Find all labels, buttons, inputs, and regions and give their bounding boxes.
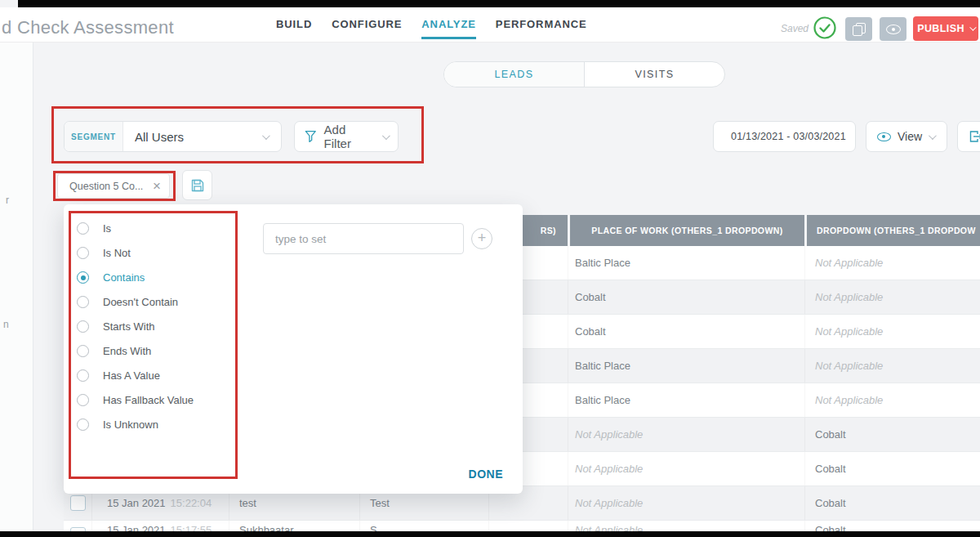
- export-icon: [969, 130, 980, 143]
- view-label: View: [898, 130, 922, 143]
- export-button[interactable]: [957, 121, 980, 152]
- radio-icon[interactable]: [77, 222, 89, 235]
- bottom-black-bar: [0, 531, 980, 537]
- tab-leads[interactable]: LEADS: [444, 62, 585, 87]
- chevron-down-icon: [382, 132, 390, 140]
- filter-operator-label: Doesn't Contain: [103, 296, 178, 308]
- copy-icon: [853, 23, 865, 35]
- table-cell: Not Applicable: [804, 280, 980, 314]
- filter-operator-panel: IsIs NotContainsDoesn't ContainStarts Wi…: [64, 204, 523, 494]
- filter-operator-label: Has Fallback Value: [103, 394, 194, 406]
- row-checkbox[interactable]: [70, 495, 86, 511]
- tab-analyze[interactable]: ANALYZE: [421, 7, 476, 42]
- add-value-button[interactable]: +: [471, 228, 492, 249]
- primary-tabs: BUILDCONFIGUREANALYZEPERFORMANCE: [276, 7, 587, 42]
- filter-operator-option[interactable]: Is: [77, 222, 194, 235]
- saved-status: Saved: [781, 23, 808, 34]
- add-filter-label: Add Filter: [324, 123, 376, 150]
- table-cell: Baltic Place: [568, 383, 804, 417]
- operator-list: IsIs NotContainsDoesn't ContainStarts Wi…: [77, 222, 194, 443]
- table-cell: Not Applicable: [568, 452, 804, 486]
- filter-operator-label: Has A Value: [103, 369, 160, 382]
- table-cell: Baltic Place: [568, 246, 804, 280]
- filter-operator-option[interactable]: Starts With: [77, 320, 194, 333]
- date-range-value: 01/13/2021 - 03/03/2021: [731, 131, 846, 142]
- radio-icon[interactable]: [77, 369, 89, 382]
- column-header: PLACE OF WORK (OTHERS_1 DROPDOWN): [568, 215, 804, 246]
- publish-button[interactable]: PUBLISH: [913, 16, 978, 41]
- filter-operator-option[interactable]: Ends With: [77, 345, 194, 357]
- segment-select[interactable]: SEGMENT All Users: [64, 121, 282, 152]
- table-cell: Cobalt: [804, 486, 980, 520]
- sidebar-text-fragment: n: [3, 319, 9, 330]
- radio-icon[interactable]: [77, 418, 89, 431]
- filter-operator-label: Starts With: [103, 320, 155, 333]
- segment-label: SEGMENT: [65, 122, 123, 151]
- filter-operator-option[interactable]: Has Fallback Value: [77, 394, 194, 406]
- sidebar-text-fragment: r: [6, 195, 9, 206]
- chevron-down-icon: [929, 132, 937, 140]
- radio-icon[interactable]: [77, 345, 89, 357]
- table-cell: Not Applicable: [568, 418, 804, 451]
- radio-icon[interactable]: [77, 247, 89, 259]
- radio-icon[interactable]: [77, 271, 89, 284]
- radio-icon[interactable]: [77, 320, 89, 333]
- eye-icon: [877, 132, 891, 141]
- date-range-picker[interactable]: 01/13/2021 - 03/03/2021: [713, 121, 856, 152]
- filter-operator-option[interactable]: Is Not: [77, 247, 194, 259]
- save-icon: [191, 179, 204, 192]
- filter-operator-label: Ends With: [103, 345, 151, 357]
- leads-visits-toggle: LEADS VISITS: [443, 61, 725, 87]
- publish-label: PUBLISH: [917, 23, 964, 34]
- chevron-down-icon: [262, 132, 270, 140]
- done-button[interactable]: DONE: [469, 468, 503, 481]
- table-cell: Not Applicable: [804, 349, 980, 383]
- close-icon[interactable]: ×: [153, 179, 161, 193]
- filter-operator-label: Is: [103, 222, 111, 235]
- filter-operator-option[interactable]: Has A Value: [77, 369, 194, 382]
- view-dropdown[interactable]: View: [866, 121, 947, 152]
- filter-chip-label: Question 5 Co...: [69, 181, 143, 192]
- table-cell: Not Applicable: [568, 486, 804, 520]
- segment-value: All Users: [135, 130, 184, 144]
- table-cell: Baltic Place: [568, 349, 804, 383]
- page-title: d Check Assessment: [2, 17, 174, 38]
- filter-operator-label: Is Not: [103, 247, 131, 259]
- tab-build[interactable]: BUILD: [276, 7, 312, 42]
- table-cell: Cobalt: [804, 452, 980, 486]
- active-filter-chip[interactable]: Question 5 Co... ×: [57, 173, 170, 199]
- filter-operator-option[interactable]: Doesn't Contain: [77, 296, 194, 308]
- left-sidebar: r n: [0, 43, 33, 537]
- tab-visits[interactable]: VISITS: [585, 62, 724, 87]
- preview-button[interactable]: [880, 17, 906, 41]
- column-header: DROPDOWN (OTHERS_1 DROPDOW: [804, 215, 980, 246]
- duplicate-button[interactable]: [845, 17, 872, 41]
- filter-funnel-icon: [305, 130, 317, 143]
- tab-performance[interactable]: PERFORMANCE: [496, 7, 587, 42]
- chevron-down-icon: [969, 24, 976, 30]
- filter-operator-option[interactable]: Is Unknown: [77, 418, 194, 431]
- filter-operator-option[interactable]: Contains: [77, 271, 194, 284]
- table-cell: Cobalt: [568, 315, 804, 348]
- table-cell: Cobalt: [804, 418, 980, 451]
- top-black-bar: [18, 0, 980, 7]
- filter-value-input[interactable]: [263, 223, 464, 254]
- save-segment-button[interactable]: [182, 170, 212, 200]
- table-cell: Not Applicable: [804, 383, 980, 417]
- table-cell: Cobalt: [568, 280, 804, 314]
- add-filter-button[interactable]: Add Filter: [294, 121, 399, 152]
- tab-configure[interactable]: CONFIGURE: [332, 7, 402, 42]
- top-header: d Check Assessment BUILDCONFIGUREANALYZE…: [0, 7, 980, 43]
- table-cell: Not Applicable: [804, 315, 980, 348]
- app-window: d Check Assessment BUILDCONFIGUREANALYZE…: [0, 0, 980, 537]
- filter-operator-label: Contains: [103, 271, 145, 284]
- table-cell: Not Applicable: [804, 246, 980, 280]
- filter-operator-label: Is Unknown: [103, 418, 158, 431]
- saved-check-icon: [813, 16, 836, 39]
- radio-icon[interactable]: [77, 296, 89, 308]
- eye-icon: [886, 25, 901, 34]
- radio-icon[interactable]: [77, 394, 89, 406]
